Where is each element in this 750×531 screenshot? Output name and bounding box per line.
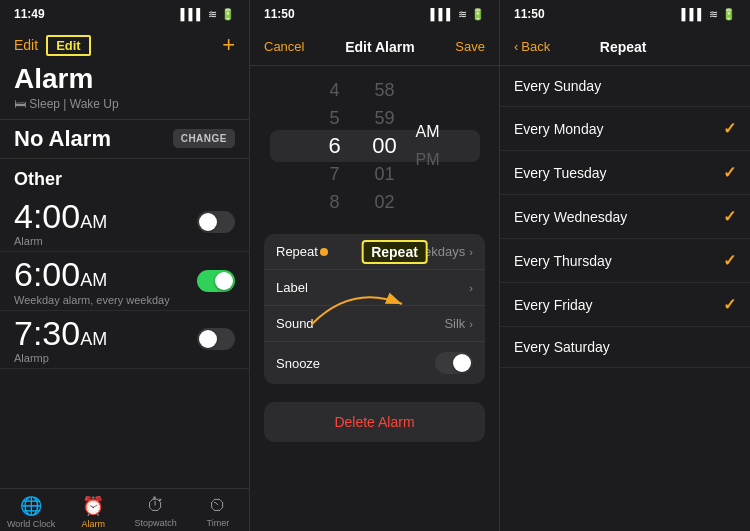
alarm-time-400: 4:00AM [14,198,107,235]
edit-alarm-title: Edit Alarm [345,39,415,55]
repeat-day-label: Every Wednesday [514,209,627,225]
repeat-day-item[interactable]: Every Thursday ✓ [500,239,750,283]
tab-world-clock[interactable]: 🌐 World Clock [0,495,62,529]
alarm-time-730: 7:30AM [14,315,107,352]
sound-row[interactable]: Sound Silk › [264,306,485,342]
status-time-1: 11:49 [14,7,45,21]
sound-value: Silk › [444,316,473,331]
sound-label: Sound [276,316,314,331]
alarm-settings-list: Repeat Weekdays › Repeat Label › Sound S… [264,234,485,384]
panel1-title-area: Alarm 🛏 Sleep | Wake Up [0,62,249,119]
tab-alarm[interactable]: ⏰ Alarm [62,495,124,529]
picker-am: AM [416,118,440,146]
cancel-button[interactable]: Cancel [264,39,304,54]
alarm-time-600: 6:00AM [14,256,170,293]
checkmark-icon: ✓ [723,207,736,226]
checkmark-icon: ✓ [723,163,736,182]
alarm-toggle-400[interactable] [197,211,235,233]
panel-edit-alarm: 11:50 ▌▌▌ ≋ 🔋 Cancel Edit Alarm Save 4 5… [250,0,500,531]
repeat-day-label: Every Saturday [514,339,610,355]
picker-min-01: 01 [374,160,394,188]
snooze-toggle[interactable] [435,352,473,374]
no-alarm-row: No Alarm CHANGE [0,119,249,159]
picker-hour-column[interactable]: 4 5 6 7 8 [310,76,360,216]
alarm-label-730: Alarmp [14,352,107,364]
alarm-toggle-730[interactable] [197,328,235,350]
status-time-2: 11:50 [264,7,295,21]
label-chevron-icon: › [469,282,473,294]
picker-min-58: 58 [374,76,394,104]
picker-minute-column[interactable]: 58 59 00 01 02 [360,76,410,216]
time-picker[interactable]: 4 5 6 7 8 58 59 00 01 02 AM PM [250,66,499,226]
tab-alarm-label: Alarm [82,519,106,529]
repeat-day-item[interactable]: Every Tuesday ✓ [500,151,750,195]
tab-stopwatch[interactable]: ⏱ Stopwatch [125,495,187,529]
checkmark-icon: ✓ [723,295,736,314]
status-icons-3: ▌▌▌ ≋ 🔋 [682,8,736,21]
repeat-day-label: Every Friday [514,297,593,313]
repeat-day-item[interactable]: Every Saturday [500,327,750,368]
delete-button-container: Delete Alarm [264,402,485,442]
save-button[interactable]: Save [455,39,485,54]
repeat-day-item[interactable]: Every Wednesday ✓ [500,195,750,239]
snooze-label: Snooze [276,356,320,371]
no-alarm-text: No Alarm [14,126,111,152]
status-time-3: 11:50 [514,7,545,21]
change-button[interactable]: CHANGE [173,129,235,148]
tab-bar: 🌐 World Clock ⏰ Alarm ⏱ Stopwatch ⏲ Time… [0,488,249,531]
repeat-day-item[interactable]: Every Sunday [500,66,750,107]
sleep-wake-label: 🛏 Sleep | Wake Up [14,97,119,111]
world-clock-icon: 🌐 [20,495,42,517]
stopwatch-icon: ⏱ [147,495,165,516]
label-label: Label [276,280,308,295]
panel1-header: Edit Edit + [0,28,249,62]
repeat-day-label: Every Tuesday [514,165,607,181]
alarm-icon: ⏰ [82,495,104,517]
checkmark-icon: ✓ [723,251,736,270]
repeat-day-label: Every Monday [514,121,603,137]
status-bar-2: 11:50 ▌▌▌ ≋ 🔋 [250,0,499,28]
repeat-row[interactable]: Repeat Weekdays › Repeat [264,234,485,270]
sound-value-text: Silk [444,316,465,331]
picker-hour-8: 8 [329,188,339,216]
picker-columns: 4 5 6 7 8 58 59 00 01 02 AM PM [310,76,440,216]
status-bar-1: 11:49 ▌▌▌ ≋ 🔋 [0,0,249,28]
alarm-item-600: 6:00AM Weekday alarm, every weekday [0,252,249,310]
repeat-title: Repeat [600,39,647,55]
picker-hour-6: 6 [328,132,340,160]
label-value: › [465,282,473,294]
repeat-chevron-icon: › [469,246,473,258]
other-section-header: Other [0,159,249,194]
picker-pm: PM [416,146,440,174]
tab-timer[interactable]: ⏲ Timer [187,495,249,529]
label-row[interactable]: Label › [264,270,485,306]
alarm-title: Alarm [14,64,235,95]
sound-chevron-icon: › [469,318,473,330]
back-button[interactable]: ‹ Back [514,39,550,54]
status-icons-1: ▌▌▌ ≋ 🔋 [181,8,235,21]
add-alarm-button[interactable]: + [222,32,235,58]
repeat-header: ‹ Back Repeat [500,28,750,66]
picker-min-59: 59 [374,104,394,132]
alarm-item-400: 4:00AM Alarm [0,194,249,252]
snooze-row: Snooze [264,342,485,384]
picker-hour-4: 4 [329,76,339,104]
panel-alarm-list: 11:49 ▌▌▌ ≋ 🔋 Edit Edit + Alarm 🛏 Sleep … [0,0,250,531]
edit-link[interactable]: Edit [14,37,38,53]
picker-hour-7: 7 [329,160,339,188]
repeat-day-item[interactable]: Every Friday ✓ [500,283,750,327]
picker-min-02: 02 [374,188,394,216]
repeat-dot-annotation [320,248,328,256]
alarm-item-730: 7:30AM Alarmp [0,311,249,369]
delete-alarm-button[interactable]: Delete Alarm [264,402,485,442]
back-chevron-icon: ‹ [514,39,518,54]
picker-hour-5: 5 [329,104,339,132]
repeat-annotation-box: Repeat [361,240,428,264]
repeat-days-list: Every Sunday Every Monday ✓ Every Tuesda… [500,66,750,531]
panel-repeat: 11:50 ▌▌▌ ≋ 🔋 ‹ Back Repeat Every Sunday… [500,0,750,531]
tab-world-clock-label: World Clock [7,519,55,529]
picker-ampm-column[interactable]: AM PM [416,118,440,174]
status-icons-2: ▌▌▌ ≋ 🔋 [431,8,485,21]
repeat-day-item[interactable]: Every Monday ✓ [500,107,750,151]
alarm-toggle-600[interactable] [197,270,235,292]
